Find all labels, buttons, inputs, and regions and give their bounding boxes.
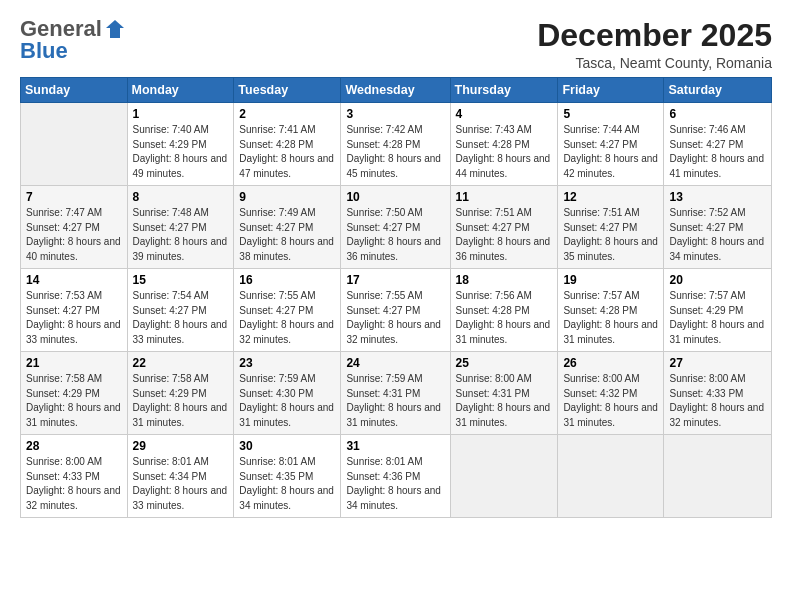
daylight-text: Daylight: 8 hours and 47 minutes. xyxy=(239,153,334,179)
svg-marker-0 xyxy=(106,20,124,38)
table-row: 9Sunrise: 7:49 AMSunset: 4:27 PMDaylight… xyxy=(234,186,341,269)
sunset-text: Sunset: 4:27 PM xyxy=(563,139,637,150)
sunset-text: Sunset: 4:27 PM xyxy=(26,222,100,233)
sunset-text: Sunset: 4:28 PM xyxy=(239,139,313,150)
daylight-text: Daylight: 8 hours and 31 minutes. xyxy=(26,402,121,428)
day-detail: Sunrise: 7:57 AMSunset: 4:28 PMDaylight:… xyxy=(563,289,658,347)
day-detail: Sunrise: 8:01 AMSunset: 4:34 PMDaylight:… xyxy=(133,455,229,513)
day-detail: Sunrise: 7:42 AMSunset: 4:28 PMDaylight:… xyxy=(346,123,444,181)
day-detail: Sunrise: 7:48 AMSunset: 4:27 PMDaylight:… xyxy=(133,206,229,264)
calendar-week-row: 1Sunrise: 7:40 AMSunset: 4:29 PMDaylight… xyxy=(21,103,772,186)
sunset-text: Sunset: 4:33 PM xyxy=(669,388,743,399)
sunset-text: Sunset: 4:27 PM xyxy=(26,305,100,316)
sunrise-text: Sunrise: 7:51 AM xyxy=(456,207,532,218)
sunset-text: Sunset: 4:27 PM xyxy=(133,305,207,316)
sunset-text: Sunset: 4:32 PM xyxy=(563,388,637,399)
daylight-text: Daylight: 8 hours and 36 minutes. xyxy=(346,236,441,262)
day-detail: Sunrise: 7:55 AMSunset: 4:27 PMDaylight:… xyxy=(239,289,335,347)
calendar-header-row: Sunday Monday Tuesday Wednesday Thursday… xyxy=(21,78,772,103)
daylight-text: Daylight: 8 hours and 36 minutes. xyxy=(456,236,551,262)
daylight-text: Daylight: 8 hours and 34 minutes. xyxy=(239,485,334,511)
day-detail: Sunrise: 7:56 AMSunset: 4:28 PMDaylight:… xyxy=(456,289,553,347)
table-row: 2Sunrise: 7:41 AMSunset: 4:28 PMDaylight… xyxy=(234,103,341,186)
sunrise-text: Sunrise: 7:41 AM xyxy=(239,124,315,135)
day-number: 12 xyxy=(563,190,658,204)
day-number: 30 xyxy=(239,439,335,453)
day-detail: Sunrise: 7:47 AMSunset: 4:27 PMDaylight:… xyxy=(26,206,122,264)
table-row: 10Sunrise: 7:50 AMSunset: 4:27 PMDayligh… xyxy=(341,186,450,269)
sunrise-text: Sunrise: 7:58 AM xyxy=(26,373,102,384)
daylight-text: Daylight: 8 hours and 32 minutes. xyxy=(669,402,764,428)
day-number: 5 xyxy=(563,107,658,121)
sunrise-text: Sunrise: 7:49 AM xyxy=(239,207,315,218)
table-row: 28Sunrise: 8:00 AMSunset: 4:33 PMDayligh… xyxy=(21,435,128,518)
sunrise-text: Sunrise: 7:52 AM xyxy=(669,207,745,218)
table-row: 14Sunrise: 7:53 AMSunset: 4:27 PMDayligh… xyxy=(21,269,128,352)
day-number: 24 xyxy=(346,356,444,370)
table-row: 4Sunrise: 7:43 AMSunset: 4:28 PMDaylight… xyxy=(450,103,558,186)
daylight-text: Daylight: 8 hours and 39 minutes. xyxy=(133,236,228,262)
col-wednesday: Wednesday xyxy=(341,78,450,103)
sunset-text: Sunset: 4:35 PM xyxy=(239,471,313,482)
sunrise-text: Sunrise: 7:50 AM xyxy=(346,207,422,218)
day-number: 16 xyxy=(239,273,335,287)
daylight-text: Daylight: 8 hours and 41 minutes. xyxy=(669,153,764,179)
daylight-text: Daylight: 8 hours and 31 minutes. xyxy=(563,319,658,345)
daylight-text: Daylight: 8 hours and 38 minutes. xyxy=(239,236,334,262)
day-detail: Sunrise: 7:52 AMSunset: 4:27 PMDaylight:… xyxy=(669,206,766,264)
col-monday: Monday xyxy=(127,78,234,103)
daylight-text: Daylight: 8 hours and 31 minutes. xyxy=(563,402,658,428)
table-row: 20Sunrise: 7:57 AMSunset: 4:29 PMDayligh… xyxy=(664,269,772,352)
day-number: 17 xyxy=(346,273,444,287)
sunset-text: Sunset: 4:27 PM xyxy=(133,222,207,233)
sunset-text: Sunset: 4:31 PM xyxy=(456,388,530,399)
day-number: 20 xyxy=(669,273,766,287)
logo: General Blue xyxy=(20,18,126,62)
day-number: 9 xyxy=(239,190,335,204)
daylight-text: Daylight: 8 hours and 40 minutes. xyxy=(26,236,121,262)
calendar-week-row: 21Sunrise: 7:58 AMSunset: 4:29 PMDayligh… xyxy=(21,352,772,435)
day-detail: Sunrise: 8:00 AMSunset: 4:33 PMDaylight:… xyxy=(26,455,122,513)
day-detail: Sunrise: 8:01 AMSunset: 4:35 PMDaylight:… xyxy=(239,455,335,513)
table-row: 5Sunrise: 7:44 AMSunset: 4:27 PMDaylight… xyxy=(558,103,664,186)
table-row: 13Sunrise: 7:52 AMSunset: 4:27 PMDayligh… xyxy=(664,186,772,269)
table-row: 3Sunrise: 7:42 AMSunset: 4:28 PMDaylight… xyxy=(341,103,450,186)
day-detail: Sunrise: 7:46 AMSunset: 4:27 PMDaylight:… xyxy=(669,123,766,181)
table-row: 21Sunrise: 7:58 AMSunset: 4:29 PMDayligh… xyxy=(21,352,128,435)
day-number: 14 xyxy=(26,273,122,287)
sunset-text: Sunset: 4:28 PM xyxy=(456,305,530,316)
logo-general: General xyxy=(20,18,102,40)
col-tuesday: Tuesday xyxy=(234,78,341,103)
sunrise-text: Sunrise: 7:55 AM xyxy=(346,290,422,301)
table-row xyxy=(558,435,664,518)
calendar-week-row: 14Sunrise: 7:53 AMSunset: 4:27 PMDayligh… xyxy=(21,269,772,352)
sunset-text: Sunset: 4:29 PM xyxy=(133,388,207,399)
daylight-text: Daylight: 8 hours and 42 minutes. xyxy=(563,153,658,179)
day-detail: Sunrise: 8:00 AMSunset: 4:31 PMDaylight:… xyxy=(456,372,553,430)
sunset-text: Sunset: 4:28 PM xyxy=(563,305,637,316)
table-row: 16Sunrise: 7:55 AMSunset: 4:27 PMDayligh… xyxy=(234,269,341,352)
page: General Blue December 2025 Tasca, Neamt … xyxy=(0,0,792,612)
col-saturday: Saturday xyxy=(664,78,772,103)
day-detail: Sunrise: 7:59 AMSunset: 4:30 PMDaylight:… xyxy=(239,372,335,430)
table-row: 11Sunrise: 7:51 AMSunset: 4:27 PMDayligh… xyxy=(450,186,558,269)
table-row: 24Sunrise: 7:59 AMSunset: 4:31 PMDayligh… xyxy=(341,352,450,435)
day-detail: Sunrise: 7:50 AMSunset: 4:27 PMDaylight:… xyxy=(346,206,444,264)
daylight-text: Daylight: 8 hours and 32 minutes. xyxy=(346,319,441,345)
day-number: 3 xyxy=(346,107,444,121)
sunrise-text: Sunrise: 8:01 AM xyxy=(239,456,315,467)
sunrise-text: Sunrise: 7:43 AM xyxy=(456,124,532,135)
sunset-text: Sunset: 4:29 PM xyxy=(133,139,207,150)
day-number: 1 xyxy=(133,107,229,121)
day-detail: Sunrise: 7:57 AMSunset: 4:29 PMDaylight:… xyxy=(669,289,766,347)
sunset-text: Sunset: 4:28 PM xyxy=(346,139,420,150)
day-number: 15 xyxy=(133,273,229,287)
day-number: 2 xyxy=(239,107,335,121)
table-row: 17Sunrise: 7:55 AMSunset: 4:27 PMDayligh… xyxy=(341,269,450,352)
col-sunday: Sunday xyxy=(21,78,128,103)
sunset-text: Sunset: 4:27 PM xyxy=(239,222,313,233)
daylight-text: Daylight: 8 hours and 49 minutes. xyxy=(133,153,228,179)
sunrise-text: Sunrise: 7:42 AM xyxy=(346,124,422,135)
day-detail: Sunrise: 7:54 AMSunset: 4:27 PMDaylight:… xyxy=(133,289,229,347)
sunrise-text: Sunrise: 8:00 AM xyxy=(26,456,102,467)
